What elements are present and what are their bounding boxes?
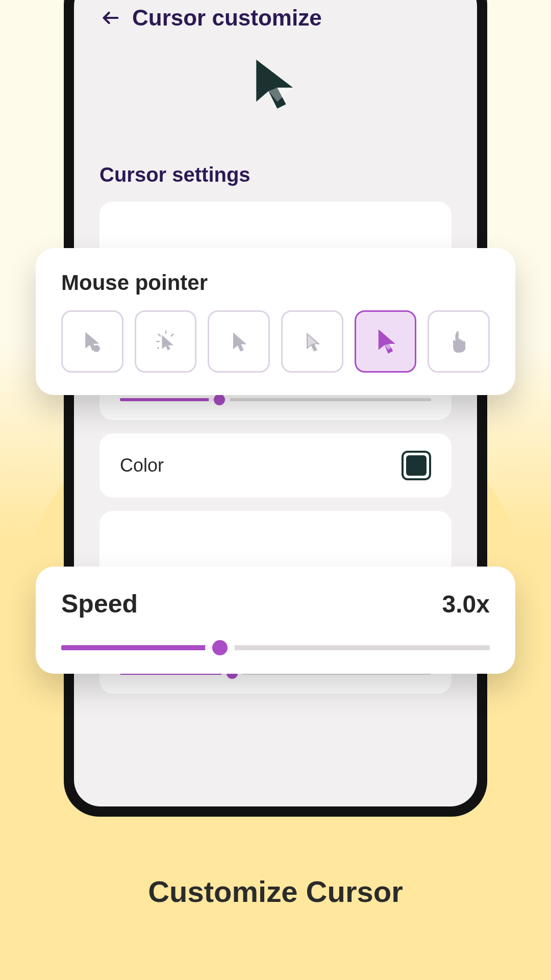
slider-thumb[interactable] (212, 640, 228, 655)
svg-point-6 (157, 347, 159, 349)
back-button[interactable] (99, 7, 122, 29)
pointer-option-3[interactable] (208, 310, 270, 373)
pointer-title: Mouse pointer (61, 271, 490, 295)
header: Cursor customize (74, 0, 477, 31)
pointer-option-5[interactable] (355, 310, 417, 373)
float-card-speed: Speed 3.0x (36, 567, 515, 674)
color-swatch[interactable] (402, 451, 431, 480)
slider-fill (61, 645, 220, 650)
phone-screen: Cursor customize Cursor settings Size (74, 0, 477, 806)
section-title: Cursor settings (74, 163, 477, 202)
pointer-option-2[interactable] (135, 310, 197, 373)
cursor-preview-icon (247, 56, 304, 117)
speed-slider[interactable] (61, 644, 490, 651)
size-slider[interactable] (120, 397, 431, 403)
slider-fill (120, 398, 219, 401)
phone-frame: Cursor customize Cursor settings Size (64, 0, 487, 817)
cursor-preview (74, 31, 477, 163)
svg-point-1 (93, 345, 100, 352)
pointer-option-1[interactable] (61, 310, 123, 373)
slider-thumb[interactable] (214, 394, 225, 405)
float-card-pointer: Mouse pointer (36, 248, 515, 395)
svg-line-2 (158, 334, 161, 336)
pointer-option-4[interactable] (281, 310, 343, 373)
page-title: Cursor customize (132, 5, 322, 31)
color-swatch-inner (406, 455, 427, 476)
caption: Customize Cursor (0, 874, 551, 909)
svg-line-4 (171, 334, 173, 336)
arrow-left-icon (101, 8, 121, 28)
pointer-options (61, 310, 490, 373)
speed-value: 3.0x (442, 590, 490, 618)
pointer-option-6[interactable] (428, 310, 490, 373)
color-label: Color (120, 455, 164, 476)
speed-label: Speed (61, 589, 138, 619)
card-color[interactable]: Color (99, 433, 452, 498)
